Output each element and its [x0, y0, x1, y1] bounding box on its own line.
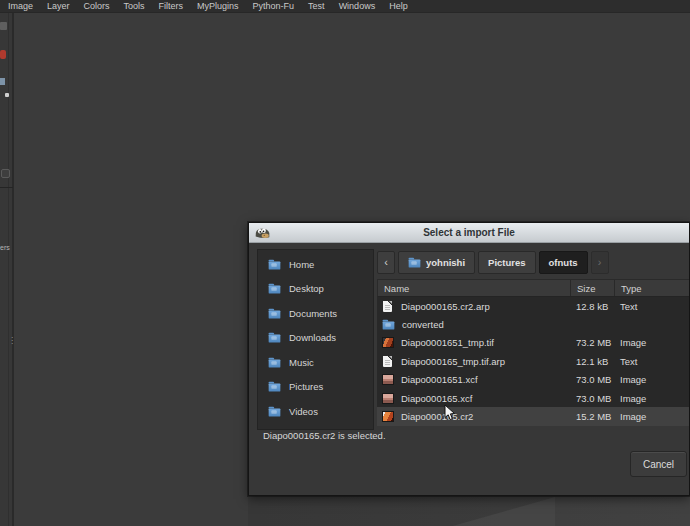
sidebar-item-videos[interactable]: Videos	[258, 399, 373, 424]
file-name: Diapo000165_tmp.tif.arp	[401, 356, 505, 367]
mouse-cursor	[444, 404, 456, 422]
menu-item-help[interactable]: Help	[389, 0, 408, 13]
menu-item-python-fu[interactable]: Python-Fu	[253, 0, 295, 13]
file-name: Diapo000165.cr2.arp	[401, 301, 490, 312]
file-size: 12.8 kB	[570, 301, 614, 312]
folder-icon	[269, 359, 281, 367]
app-screen: ImageLayerColorsToolsFiltersMyPluginsPyt…	[0, 0, 690, 526]
dialog-titlebar[interactable]: Select a import File	[249, 223, 689, 243]
sidebar-item-label: Home	[289, 259, 314, 270]
file-name: Diapo000165.xcf	[401, 393, 472, 404]
dock-label-fragment: ers	[0, 244, 10, 251]
file-list-header: NameSizeType	[377, 279, 690, 297]
folder-icon	[269, 286, 281, 294]
menu-item-windows[interactable]: Windows	[339, 0, 376, 13]
sidebar-item-label: Videos	[289, 406, 318, 417]
menu-item-image[interactable]: Image	[8, 0, 33, 13]
column-header-size[interactable]: Size	[571, 280, 615, 296]
file-size: 15.2 MB	[570, 411, 614, 422]
tool-icon-fragment	[0, 22, 7, 30]
places-sidebar: HomeDesktopDocumentsDownloadsMusicPictur…	[257, 249, 374, 430]
menu-item-layer[interactable]: Layer	[47, 0, 70, 13]
file-row[interactable]: Diapo0001651.xcf73.0 MBImage	[377, 371, 690, 389]
text-file-icon	[383, 356, 392, 367]
back-button[interactable]: ‹	[377, 251, 395, 274]
dock-button-fragment[interactable]	[1, 169, 10, 178]
tool-icon-fragment	[0, 78, 5, 85]
file-type: Image	[614, 374, 690, 385]
menu-item-test[interactable]: Test	[308, 0, 325, 13]
menu-item-myplugins[interactable]: MyPlugins	[197, 0, 239, 13]
folder-icon	[269, 261, 281, 269]
forward-button[interactable]: ›	[591, 251, 609, 274]
dock-divider	[0, 187, 13, 188]
folder-icon	[269, 384, 281, 392]
sidebar-item-label: Downloads	[289, 332, 336, 343]
file-type: Image	[614, 411, 690, 422]
file-type: Text	[614, 301, 690, 312]
sidebar-item-label: Desktop	[289, 283, 324, 294]
folder-icon	[409, 259, 421, 267]
file-size: 73.0 MB	[570, 374, 614, 385]
file-row[interactable]: Diapo0001651_tmp.tif73.2 MBImage	[377, 334, 690, 352]
file-name: Diapo0001651_tmp.tif	[401, 337, 494, 348]
chevron-right-icon: ›	[598, 256, 602, 268]
sidebar-item-label: Pictures	[289, 381, 323, 392]
file-row[interactable]: Diapo000165.cr2.arp12.8 kBText	[377, 297, 690, 315]
sidebar-item-pictures[interactable]: Pictures	[258, 375, 373, 400]
breadcrumb-label: Pictures	[488, 257, 526, 268]
file-size: 73.2 MB	[570, 337, 614, 348]
folder-icon	[269, 310, 281, 318]
sidebar-item-documents[interactable]: Documents	[258, 301, 373, 326]
file-chooser-dialog: Select a import File HomeDesktopDocument…	[248, 222, 690, 496]
file-size: 12.1 kB	[570, 356, 614, 367]
breadcrumb-pictures[interactable]: Pictures	[478, 251, 536, 274]
file-name: converted	[402, 319, 444, 330]
menu-item-colors[interactable]: Colors	[84, 0, 110, 13]
file-row[interactable]: Diapo000165_tmp.tif.arp12.1 kBText	[377, 352, 690, 370]
breadcrumb-label: ofnuts	[549, 257, 578, 268]
file-row[interactable]: Diapo000165.cr215.2 MBImage	[377, 407, 690, 425]
column-header-name[interactable]: Name	[378, 280, 571, 296]
panel-divider	[8, 13, 9, 526]
file-list: Diapo000165.cr2.arp12.8 kBTextconvertedD…	[377, 297, 690, 426]
sidebar-item-desktop[interactable]: Desktop	[258, 277, 373, 302]
breadcrumb-ofnuts[interactable]: ofnuts	[539, 251, 588, 274]
sidebar-item-downloads[interactable]: Downloads	[258, 326, 373, 351]
chevron-left-icon: ‹	[384, 256, 388, 268]
folder-icon	[383, 322, 395, 330]
file-name: Diapo000165.cr2	[401, 411, 473, 422]
file-type: Image	[614, 393, 690, 404]
sidebar-item-label: Music	[289, 357, 314, 368]
status-text: Diapo000165.cr2 is selected.	[263, 430, 386, 441]
sidebar-item-music[interactable]: Music	[258, 350, 373, 375]
image-xcf-icon	[382, 374, 394, 385]
sidebar-item-home[interactable]: Home	[258, 252, 373, 277]
breadcrumb-label: yohnishi	[426, 257, 465, 268]
file-type: Text	[614, 356, 690, 367]
tool-icon-fragment	[5, 93, 9, 97]
file-type: Image	[614, 337, 690, 348]
dialog-title: Select a import File	[249, 223, 689, 243]
path-bar: ‹ yohnishiPicturesofnuts ›	[377, 250, 609, 274]
tool-icon-fragment	[0, 50, 6, 59]
column-header-type[interactable]: Type	[615, 280, 690, 296]
file-size: 73.0 MB	[570, 393, 614, 404]
sidebar-item-label: Documents	[289, 308, 337, 319]
left-dock-panel: ers ⋮	[0, 13, 14, 526]
image-xcf-icon	[382, 393, 394, 404]
breadcrumb-yohnishi[interactable]: yohnishi	[398, 251, 475, 274]
file-row[interactable]: Diapo000165.xcf73.0 MBImage	[377, 389, 690, 407]
file-row[interactable]: converted	[377, 315, 690, 333]
menu-item-filters[interactable]: Filters	[159, 0, 184, 13]
file-name: Diapo0001651.xcf	[401, 374, 478, 385]
canvas-shading	[555, 497, 690, 526]
menu-bar: ImageLayerColorsToolsFiltersMyPluginsPyt…	[0, 0, 690, 13]
breadcrumb: yohnishiPicturesofnuts	[398, 251, 588, 274]
image-cr2-icon	[382, 411, 394, 422]
folder-icon	[269, 408, 281, 416]
cancel-button[interactable]: Cancel	[630, 451, 687, 477]
folder-icon	[269, 335, 281, 343]
drag-grip-icon[interactable]: ⋮	[8, 339, 16, 343]
menu-item-tools[interactable]: Tools	[124, 0, 145, 13]
